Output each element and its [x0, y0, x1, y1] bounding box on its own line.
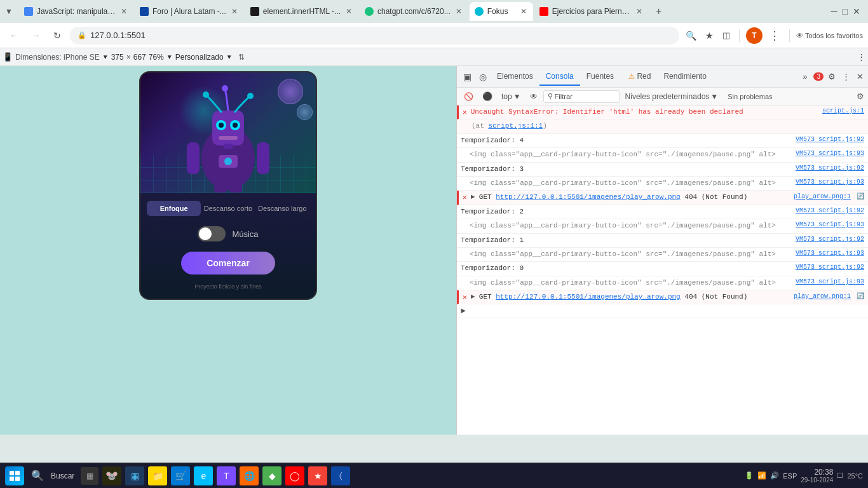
devtools-settings-btn[interactable]: ⚙: [826, 70, 837, 83]
console-output[interactable]: ✕ Uncaught SyntaxError: Identifier 'html…: [457, 105, 868, 435]
filter-box[interactable]: ⚲ Filtrar: [543, 90, 620, 103]
devtools-tab-red[interactable]: ⚠ Red: [620, 68, 657, 86]
tab-close-3[interactable]: ✕: [344, 6, 353, 17]
viewport-toolbar: 📱 Dimensiones: iPhone SE ▼ 375 × 667 76%…: [0, 48, 868, 66]
more-tabs-btn[interactable]: »: [801, 70, 809, 83]
profile-button[interactable]: T: [746, 27, 763, 44]
bookmarks-bar-label: 👁 Todos los favoritos: [796, 32, 863, 39]
tab-close-5[interactable]: ✕: [519, 6, 528, 17]
tab-5-fokus[interactable]: Fokus ✕: [470, 2, 533, 21]
devtools-tab-fuentes[interactable]: Fuentes: [580, 68, 620, 86]
devtools-close-btn[interactable]: ✕: [855, 70, 865, 83]
more-options-btn[interactable]: ⋮: [857, 52, 865, 62]
tab-favicon-1: [24, 7, 33, 16]
search-button[interactable]: 🔍: [683, 28, 699, 43]
search-taskbar-btn[interactable]: 🔍: [28, 466, 47, 485]
battery-icon: 🔋: [745, 471, 754, 480]
back-button[interactable]: ←: [5, 27, 23, 44]
forward-button[interactable]: →: [27, 27, 44, 44]
taskbar-app-6[interactable]: 🌐: [240, 466, 259, 485]
tab-favicon-3: [250, 7, 259, 16]
devtools-tab-consola[interactable]: Consola: [539, 68, 580, 86]
new-tab-button[interactable]: +: [650, 3, 668, 20]
url-bar[interactable]: 🔒 127.0.0.1:5501: [70, 27, 679, 44]
svg-point-16: [247, 93, 254, 99]
eye-btn[interactable]: 👁: [527, 91, 541, 102]
tab-6[interactable]: Ejercicios para Pierna... ✕: [534, 2, 649, 21]
taskbar-app-edge[interactable]: e: [194, 466, 213, 485]
console-expand-line[interactable]: ►: [457, 304, 868, 318]
tab-favicon-5: [475, 7, 484, 16]
taskbar-app-store[interactable]: 🛒: [171, 466, 190, 485]
dimension-chevron[interactable]: ▼: [102, 53, 109, 60]
app-tab-enfoque[interactable]: Enfoque: [147, 201, 201, 216]
console-info-temp1-sub: <img class="app__card-primary-butto-icon…: [457, 248, 868, 262]
taskbar-app-windows[interactable]: ▦: [125, 466, 144, 485]
rotate-btn[interactable]: ⇅: [235, 51, 248, 63]
responsive-icon[interactable]: 📱: [3, 52, 13, 62]
task-view-btn[interactable]: ▦: [81, 467, 98, 485]
stop-btn[interactable]: ⚫: [479, 90, 496, 102]
browser-menu-button[interactable]: ⋮: [766, 26, 783, 45]
devtools-toggle-btn[interactable]: ▣: [459, 69, 475, 85]
tab-bar: ▼ JavaScript: manipular... ✕ Foro | Alur…: [0, 0, 868, 23]
console-secondary-toolbar: 🚫 ⚫ top ▼ 👁 ⚲ Filtrar Niveles predetermi…: [457, 88, 868, 105]
app-tab-largo[interactable]: Descanso largo: [255, 201, 309, 216]
app-tabs: Enfoque Descanso corto Descanso largo: [147, 193, 309, 221]
extensions-button[interactable]: ◫: [720, 28, 733, 43]
tab-1[interactable]: JavaScript: manipular... ✕: [19, 2, 133, 21]
console-net-error-1: ✕ ► GET http://127.0.0.1:5501/imagenes/p…: [457, 191, 868, 205]
taskbar-app-7[interactable]: ◆: [262, 466, 281, 485]
window-close[interactable]: ✕: [853, 6, 860, 17]
refresh-icon-1[interactable]: 🔄: [857, 193, 864, 200]
top-dropdown[interactable]: top ▼: [498, 91, 524, 102]
tab-2[interactable]: Foro | Alura Latam -... ✕: [135, 2, 244, 21]
svg-rect-19: [10, 477, 14, 481]
tab-4[interactable]: chatgpt.com/c/6720... ✕: [360, 2, 468, 21]
console-info-temp0: Temporizador: 0 VM573 script.js:92: [457, 262, 868, 276]
bookmark-button[interactable]: ★: [703, 28, 716, 43]
devtools-inspect-btn[interactable]: ◎: [475, 69, 491, 85]
window-maximize[interactable]: □: [843, 6, 848, 17]
taskbar-search-label[interactable]: Buscar: [51, 471, 74, 480]
window-minimize[interactable]: ─: [831, 6, 837, 17]
console-settings-btn[interactable]: ⚙: [857, 92, 864, 101]
toolbar-right-icons: ⋮: [857, 52, 865, 62]
start-button[interactable]: Comenzar: [181, 252, 275, 274]
tab-close-6[interactable]: ✕: [635, 6, 644, 17]
devtools-tab-rendimiento[interactable]: Rendimiento: [657, 68, 712, 86]
tab-3[interactable]: element.innerHTML -... ✕: [245, 2, 358, 21]
custom-chevron[interactable]: ▼: [226, 53, 233, 60]
net-error-icon-1: ✕: [463, 193, 467, 201]
clock: 20:38 29-10-2024: [801, 468, 833, 484]
clock-time: 20:38: [801, 468, 833, 477]
taskbar-app-vscode[interactable]: 〈: [331, 466, 350, 485]
refresh-icon-2[interactable]: 🔄: [857, 293, 864, 300]
clear-console-btn[interactable]: 🚫: [461, 91, 477, 102]
console-info-temp1: Temporizador: 1 VM573 script.js:92: [457, 234, 868, 248]
zoom-chevron[interactable]: ▼: [166, 53, 173, 60]
app-tab-corto[interactable]: Descanso corto: [201, 201, 255, 216]
tab-close-1[interactable]: ✕: [119, 6, 128, 17]
taskbar-app-chrome[interactable]: ◯: [285, 466, 304, 485]
tab-scroll-left[interactable]: ▼: [3, 4, 15, 18]
music-toggle[interactable]: [198, 226, 226, 241]
notification-icon[interactable]: ☐: [837, 471, 843, 480]
start-menu-button[interactable]: [5, 466, 24, 485]
taskbar-app-folder[interactable]: 📁: [148, 466, 167, 485]
viewport-width: 375: [111, 53, 124, 62]
tab-close-4[interactable]: ✕: [454, 6, 463, 17]
warning-icon: ⚠: [628, 72, 635, 80]
reload-button[interactable]: ↻: [48, 27, 66, 44]
console-info-temp3-sub: <img class="app__card-primary-butto-icon…: [457, 177, 868, 191]
taskbar-app-8[interactable]: ★: [308, 466, 327, 485]
tab-label-5: Fokus: [487, 7, 515, 16]
devtools-more-btn[interactable]: ⋮: [840, 70, 852, 83]
devtools-tab-elementos[interactable]: Elementos: [491, 68, 539, 86]
taskbar-app-teams[interactable]: T: [217, 466, 236, 485]
taskbar-app-owl[interactable]: 🐭: [102, 466, 121, 485]
console-link-1[interactable]: script.js:1: [822, 107, 864, 114]
levels-dropdown[interactable]: Niveles predeterminados ▼: [622, 91, 722, 102]
tab-label-3: element.innerHTML -...: [263, 7, 341, 16]
tab-close-2[interactable]: ✕: [230, 6, 239, 17]
